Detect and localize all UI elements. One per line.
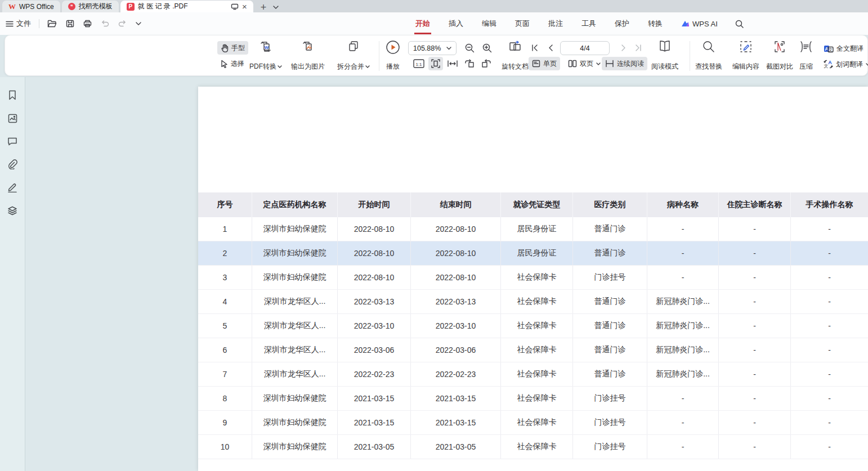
cell-seq: 9	[198, 411, 252, 434]
actual-size-button[interactable]: 1:1	[411, 57, 426, 70]
zoom-in-icon	[482, 43, 492, 53]
table-row: 7 深圳市龙华区人... 2022-02-23 2022-02-23 社会保障卡…	[198, 362, 868, 387]
tab-wps-office[interactable]: W WPS Office	[2, 1, 60, 12]
cell-disease-name: 新冠肺炎门诊...	[647, 338, 719, 362]
menu-item-convert[interactable]: 转换	[647, 16, 664, 31]
single-page-button[interactable]: 单页	[529, 57, 560, 70]
hand-tool-button[interactable]: 手型	[217, 41, 248, 55]
cell-operation-name: -	[791, 266, 868, 289]
svg-text:W: W	[265, 45, 269, 50]
cell-medical-category: 门诊挂号	[573, 435, 647, 459]
full-translate-button[interactable]: A文 全文翻译	[820, 42, 867, 55]
new-tab-icon[interactable]: +	[261, 2, 267, 12]
split-merge-button[interactable]: 拆分合并	[337, 40, 370, 71]
cell-end-date: 2022-08-10	[411, 217, 501, 241]
pdf-page[interactable]: 序号 定点医药机构名称 开始时间 结束时间 就诊凭证类型 医疗类别 病种名称 住…	[198, 87, 868, 471]
fit-page-button[interactable]	[428, 57, 443, 70]
menu-item-insert[interactable]: 插入	[448, 16, 464, 31]
wps-logo-icon: W	[8, 2, 16, 11]
tab-docer-templates[interactable]: ❞ 找稻壳模板	[62, 1, 119, 12]
select-tool-button[interactable]: 选择	[217, 57, 248, 70]
last-page-button[interactable]	[631, 41, 646, 55]
zoom-in-button[interactable]	[480, 41, 494, 55]
table-row: 9 深圳市妇幼保健院 2021-03-15 2021-03-15 社会保障卡 门…	[198, 411, 868, 435]
tab-list-chevron-icon[interactable]	[273, 6, 279, 9]
cell-disease-name: -	[647, 217, 719, 241]
signature-pen-icon[interactable]	[7, 182, 18, 193]
cell-medical-category: 普通门诊	[573, 338, 647, 362]
cell-seq: 3	[198, 266, 252, 289]
table-row: 10 深圳市妇幼保健院 2021-03-05 2021-03-05 社会保障卡 …	[198, 435, 868, 459]
find-replace-label: 查找替换	[695, 62, 722, 71]
layers-icon[interactable]	[7, 205, 18, 216]
table-header: 住院主诊断名称	[719, 192, 791, 217]
read-mode-button[interactable]: 阅读模式	[651, 40, 678, 71]
cell-end-date: 2022-03-06	[411, 338, 501, 362]
cell-medical-category: 门诊挂号	[573, 387, 647, 410]
word-translate-icon: A文	[824, 60, 833, 69]
tab-document-active[interactable]: P 就 医 记 录 .PDF ×	[120, 1, 253, 12]
hand-tool-label: 手型	[231, 43, 245, 53]
tab-label: 就 医 记 录 .PDF	[138, 2, 227, 11]
cell-end-date: 2022-08-10	[411, 266, 501, 289]
word-translate-label: 划词翻译	[836, 60, 863, 69]
word-translate-button[interactable]: A文 划词翻译	[820, 57, 868, 71]
compress-button[interactable]: 压缩	[799, 40, 813, 71]
menu-item-tools[interactable]: 工具	[580, 16, 597, 31]
continuous-read-button[interactable]: 连续阅读	[602, 57, 647, 70]
cell-start-date: 2022-03-13	[338, 290, 411, 313]
cell-credential-type: 居民身份证	[501, 217, 573, 241]
edit-content-button[interactable]: 编辑内容	[732, 40, 759, 71]
ribbon-toolbar: 手型 选择 W PDF转换 输出为图片 拆分合并 播放 105.88% 1:1	[5, 35, 868, 76]
play-button[interactable]: 播放	[386, 40, 400, 71]
menu-item-page[interactable]: 页面	[514, 16, 531, 31]
cell-medical-category: 普通门诊	[573, 290, 647, 313]
close-tab-icon[interactable]: ×	[242, 2, 247, 11]
menu-item-edit[interactable]: 编辑	[481, 16, 498, 31]
chevron-down-icon	[866, 63, 868, 66]
page-indicator-input[interactable]	[560, 41, 610, 55]
pdf-convert-button[interactable]: W PDF转换	[249, 40, 282, 71]
prev-page-button[interactable]	[543, 41, 558, 55]
next-page-button[interactable]	[616, 41, 631, 55]
export-image-label: 输出为图片	[291, 62, 325, 71]
open-file-icon[interactable]	[47, 20, 57, 28]
cell-operation-name: -	[791, 290, 868, 313]
thumbnail-icon[interactable]	[7, 113, 18, 124]
undo-icon[interactable]	[101, 20, 109, 27]
zoom-out-button[interactable]	[462, 41, 477, 55]
menu-item-wps-ai[interactable]: WPS AI	[680, 17, 719, 30]
cell-medical-category: 普通门诊	[573, 314, 647, 338]
rotate-left-icon	[464, 59, 475, 68]
cell-institution: 深圳市妇幼保健院	[252, 217, 338, 241]
attachment-icon[interactable]	[7, 159, 18, 170]
monitor-icon[interactable]	[231, 3, 239, 10]
redo-icon[interactable]	[118, 20, 127, 27]
export-image-button[interactable]: 输出为图片	[291, 40, 325, 71]
cell-seq: 5	[198, 314, 252, 338]
file-menu-button[interactable]: 文件	[6, 19, 31, 29]
rotate-document-button[interactable]: 旋转文档	[502, 40, 529, 71]
search-icon[interactable]	[735, 20, 744, 28]
bookmark-icon[interactable]	[7, 89, 18, 101]
first-page-button[interactable]	[527, 41, 542, 55]
find-replace-button[interactable]: 查找替换	[695, 40, 722, 71]
screenshot-compare-button[interactable]: 截图对比	[766, 40, 793, 71]
cell-diagnosis-name: -	[719, 241, 791, 265]
menu-item-protect[interactable]: 保护	[614, 16, 630, 31]
print-icon[interactable]	[83, 20, 92, 28]
one-to-one-icon: 1:1	[413, 59, 424, 68]
menu-item-comment[interactable]: 批注	[547, 16, 564, 31]
rotate-right-button[interactable]	[479, 57, 494, 70]
comment-icon[interactable]	[7, 136, 18, 147]
zoom-level-dropdown[interactable]: 105.88%	[408, 41, 457, 55]
rotate-left-button[interactable]	[462, 57, 477, 70]
double-page-button[interactable]: 双页	[565, 57, 604, 70]
table-header: 序号	[198, 192, 252, 217]
menu-item-home[interactable]: 开始	[414, 16, 431, 31]
cell-credential-type: 社会保障卡	[501, 314, 573, 338]
quickbar-chevron-icon[interactable]	[136, 22, 141, 25]
save-icon[interactable]	[66, 20, 74, 28]
fit-width-icon	[448, 59, 458, 68]
fit-width-button[interactable]	[445, 57, 460, 70]
